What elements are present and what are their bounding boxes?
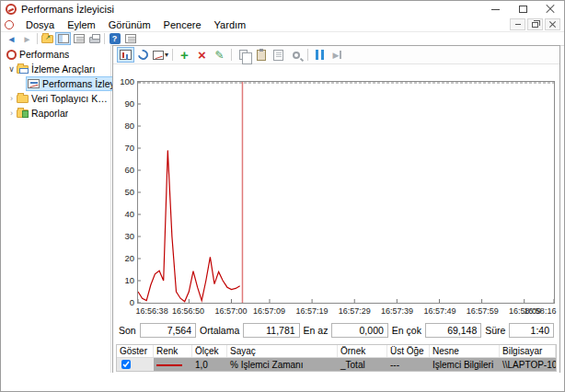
paste-counter-list-icon[interactable] [252, 47, 270, 63]
collapsed-arrow-icon[interactable]: › [6, 94, 17, 103]
main-toolbar: ? [1, 32, 564, 46]
y-tick-label: 50 [124, 187, 134, 197]
delete-counter-icon[interactable] [193, 47, 211, 63]
stat-duration-value: 1:40 [509, 323, 554, 338]
print-icon[interactable] [86, 32, 102, 45]
column-renk[interactable]: Renk [154, 345, 192, 357]
stat-average-value: 11,781 [243, 323, 299, 338]
counter-line [138, 150, 240, 301]
counter-row[interactable]: 1,0 % İşlemci Zamanı _Total --- İşlemci … [117, 358, 556, 371]
export-list-icon[interactable] [40, 32, 55, 45]
minimize-icon [491, 9, 500, 10]
chart-toolbar [113, 46, 559, 64]
back-icon[interactable] [4, 32, 19, 45]
status-area [1, 373, 564, 391]
stat-duration-label: Süre [485, 325, 505, 336]
collapsed-arrow-icon[interactable]: › [6, 109, 17, 118]
menu-bar: Dosya Eylem Görünüm Pencere Yardım [1, 17, 564, 32]
minimize-button[interactable] [481, 1, 509, 17]
x-axis-labels: 16:56:3816:56:5016:57:0016:57:0916:57:19… [137, 306, 555, 317]
toolbar-separator [172, 49, 173, 61]
toolbar-separator [37, 33, 38, 44]
stat-last-label: Son [119, 325, 136, 336]
chart-plot-area[interactable] [137, 81, 555, 304]
x-tick-label: 16:56:50 [172, 306, 204, 316]
close-icon [546, 5, 555, 14]
tree-item-raporlar[interactable]: › Raporlar [1, 106, 110, 121]
performance-root-icon [6, 50, 17, 60]
column-olcek[interactable]: Ölçek [192, 345, 227, 357]
mdi-restore-icon [532, 22, 538, 28]
column-ust-oge[interactable]: Üst Öğe [387, 345, 430, 357]
child-window-icon[interactable] [5, 20, 14, 29]
tree-item-performans-izleyicisi[interactable]: Performans İzleyicisi [1, 76, 110, 91]
stat-min-label: En az [304, 325, 329, 336]
y-tick-label: 10 [124, 275, 134, 285]
x-tick-label: 16:56:38 [136, 306, 168, 316]
mdi-close-button[interactable] [545, 18, 560, 30]
menu-eylem[interactable]: Eylem [61, 17, 102, 31]
show-hide-console-tree-icon[interactable] [55, 32, 71, 45]
change-graph-type-icon[interactable] [152, 47, 169, 63]
new-window-icon[interactable] [122, 32, 138, 45]
performance-monitor-panel: 1009080706050403020100 16:56:3816:56:501… [112, 45, 560, 374]
reports-folder-icon [17, 110, 29, 118]
x-tick-label: 16:57:29 [339, 306, 371, 316]
column-goster[interactable]: Göster [117, 345, 154, 357]
cell-ornek: _Total [338, 360, 387, 370]
cell-sayac: % İşlemci Zamanı [227, 360, 338, 370]
cell-olcek: 1,0 [192, 360, 227, 370]
data-collector-sets-folder-icon [17, 95, 29, 103]
freeze-display-icon[interactable] [311, 47, 329, 63]
copy-properties-icon[interactable] [235, 47, 252, 63]
menu-dosya[interactable]: Dosya [19, 17, 61, 31]
tree-item-performans-root[interactable]: Performans [1, 47, 110, 62]
view-log-data-icon[interactable] [134, 47, 152, 63]
help-icon[interactable]: ? [107, 32, 122, 45]
stat-max-label: En çok [392, 325, 421, 336]
column-nesne[interactable]: Nesne [430, 345, 500, 357]
toolbar-separator [104, 33, 105, 44]
update-data-icon[interactable] [329, 47, 346, 63]
close-button[interactable] [536, 1, 564, 17]
stat-last-value: 7,564 [140, 323, 196, 338]
show-hide-action-pane-icon[interactable] [71, 32, 86, 45]
tree-item-izleme-araclari[interactable]: ∨ İzleme Araçları [1, 62, 110, 76]
zoom-icon[interactable] [287, 47, 305, 63]
y-tick-label: 80 [124, 121, 134, 131]
toolbar-separator [307, 49, 308, 61]
show-counter-checkbox[interactable] [121, 360, 131, 369]
y-tick-label: 70 [124, 143, 134, 153]
highlight-icon[interactable] [211, 47, 228, 63]
cell-bilgisayar: \\LAPTOP-10QUIK67 [500, 360, 556, 370]
title-bar: Performans İzleyicisi [1, 1, 564, 17]
maximize-button[interactable] [509, 1, 536, 17]
menu-pencere[interactable]: Pencere [157, 17, 208, 31]
y-tick-label: 60 [124, 165, 134, 175]
column-sayac[interactable]: Sayaç [227, 345, 338, 357]
counter-table: Göster Renk Ölçek Sayaç Örnek Üst Öğe Ne… [116, 344, 557, 372]
column-bilgisayar[interactable]: Bilgisayar [500, 345, 556, 357]
mdi-restore-button[interactable] [527, 18, 543, 30]
monitoring-tools-folder-icon [17, 65, 29, 74]
column-ornek[interactable]: Örnek [338, 345, 387, 357]
menu-yardim[interactable]: Yardım [208, 17, 253, 31]
properties-icon[interactable] [270, 47, 287, 63]
counter-table-header: Göster Renk Ölçek Sayaç Örnek Üst Öğe Ne… [117, 345, 556, 358]
mdi-minimize-icon [515, 24, 521, 25]
view-current-activity-icon[interactable] [117, 47, 134, 63]
mdi-minimize-button[interactable] [510, 18, 525, 30]
maximize-icon [519, 6, 527, 13]
forward-icon[interactable] [19, 32, 35, 45]
y-tick-label: 40 [124, 209, 134, 219]
tree-item-label: Raporlar [31, 108, 68, 119]
tree-item-label: İzleme Araçları [31, 63, 95, 75]
add-counter-icon[interactable] [176, 47, 193, 63]
x-tick-label: 16:57:19 [295, 306, 328, 316]
tree-item-veri-toplayici-kumeleri[interactable]: › Veri Toplayıcı Kümeleri [1, 91, 110, 106]
menu-gorunum[interactable]: Görünüm [102, 17, 157, 31]
stat-max-value: 69,148 [425, 323, 481, 338]
expanded-arrow-icon[interactable]: ∨ [6, 64, 17, 74]
stats-bar: Son 7,564 Ortalama 11,781 En az 0,000 En… [119, 322, 554, 339]
toolbar-separator [231, 49, 232, 61]
